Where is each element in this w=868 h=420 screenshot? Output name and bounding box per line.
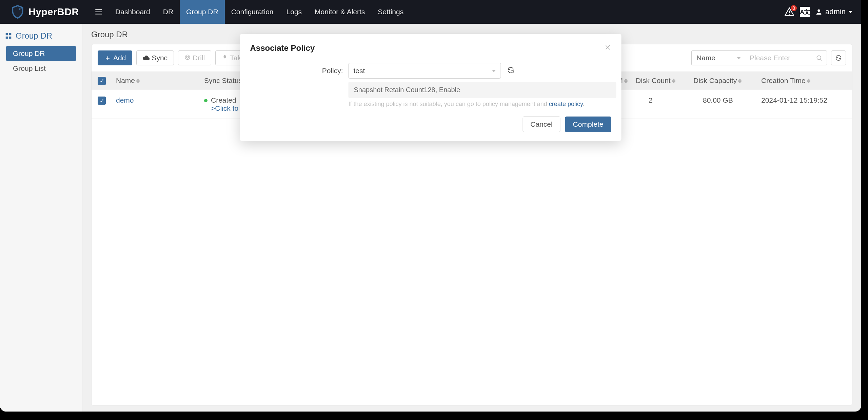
row-disk-count: 2 bbox=[649, 96, 653, 104]
policy-value: test bbox=[354, 67, 365, 75]
add-button[interactable]: ＋Add bbox=[98, 50, 132, 65]
policy-select[interactable]: test bbox=[349, 63, 501, 79]
svg-point-0 bbox=[19, 8, 20, 10]
rocket-icon bbox=[222, 54, 228, 62]
svg-point-9 bbox=[185, 55, 190, 60]
create-policy-link[interactable]: create policy bbox=[549, 101, 583, 107]
nav-dr[interactable]: DR bbox=[157, 0, 180, 24]
search-placeholder: Please Enter bbox=[750, 54, 790, 62]
sidebar-item-group-dr[interactable]: Group DR bbox=[6, 46, 76, 61]
brand-name: HyperBDR bbox=[28, 6, 79, 18]
nav-configuration[interactable]: Configuration bbox=[225, 0, 280, 24]
svg-rect-8 bbox=[9, 37, 11, 39]
target-icon bbox=[184, 54, 191, 62]
user-menu[interactable]: admin bbox=[815, 7, 852, 16]
user-icon bbox=[815, 8, 823, 16]
status-line2-link[interactable]: >Click fo bbox=[211, 104, 238, 112]
logo[interactable]: HyperBDR bbox=[0, 0, 88, 24]
filter-field-select[interactable]: Name bbox=[691, 50, 746, 65]
svg-rect-3 bbox=[789, 14, 790, 15]
policy-hint: If the existing policy is not suitable, … bbox=[349, 101, 611, 108]
language-icon: A文 bbox=[800, 7, 810, 17]
select-all-checkbox[interactable]: ✓ bbox=[98, 77, 106, 85]
row-creation-time: 2024-01-12 15:19:52 bbox=[761, 96, 827, 104]
modal-close-button[interactable] bbox=[605, 43, 611, 53]
nav-group-dr[interactable]: Group DR bbox=[180, 0, 225, 24]
search-input[interactable]: Please Enter bbox=[746, 50, 827, 65]
cancel-button[interactable]: Cancel bbox=[522, 117, 560, 132]
grid-icon bbox=[5, 32, 12, 40]
search-icon bbox=[816, 55, 823, 61]
sidebar-section-title: Group DR bbox=[0, 27, 82, 45]
topbar: HyperBDR Dashboard DR Group DR Configura… bbox=[0, 0, 861, 24]
refresh-icon bbox=[835, 55, 842, 61]
nav-dashboard[interactable]: Dashboard bbox=[109, 0, 157, 24]
notifications-icon[interactable]: 0 bbox=[784, 6, 795, 17]
svg-point-1 bbox=[21, 8, 22, 9]
hint-suffix: . bbox=[583, 101, 585, 107]
col-disk-capacity[interactable]: Disk Capacity bbox=[693, 77, 737, 84]
sidebar-title-text: Group DR bbox=[16, 31, 52, 41]
plus-icon: ＋ bbox=[104, 53, 111, 63]
topbar-right: 0 A文 admin bbox=[784, 6, 861, 17]
sync-button[interactable]: Sync bbox=[136, 50, 174, 65]
col-creation-time[interactable]: Creation Time bbox=[761, 77, 806, 84]
svg-rect-7 bbox=[6, 37, 8, 39]
svg-point-10 bbox=[186, 56, 189, 58]
drill-label: Drill bbox=[193, 54, 205, 62]
sidebar-item-group-list[interactable]: Group List bbox=[6, 61, 76, 76]
col-disk-count[interactable]: Disk Count bbox=[636, 77, 671, 84]
svg-rect-2 bbox=[789, 11, 790, 13]
hint-prefix: If the existing policy is not suitable, … bbox=[349, 101, 549, 107]
row-checkbox[interactable]: ✓ bbox=[98, 97, 106, 105]
modal-title: Associate Policy bbox=[250, 43, 315, 53]
status-dot-icon bbox=[204, 99, 208, 102]
sidebar: Group DR Group DR Group List bbox=[0, 24, 82, 412]
complete-button[interactable]: Complete bbox=[565, 117, 611, 132]
svg-point-11 bbox=[817, 56, 821, 60]
shield-icon bbox=[10, 4, 25, 19]
policy-info: Snapshot Retain Count128, Enable bbox=[349, 82, 616, 98]
main-nav: Dashboard DR Group DR Configuration Logs… bbox=[109, 0, 410, 24]
nav-logs[interactable]: Logs bbox=[280, 0, 309, 24]
nav-monitor-alerts[interactable]: Monitor & Alerts bbox=[308, 0, 371, 24]
svg-point-4 bbox=[817, 9, 820, 12]
cloud-icon bbox=[143, 54, 150, 62]
chevron-down-icon bbox=[492, 70, 496, 72]
svg-rect-6 bbox=[9, 33, 11, 35]
row-name-link[interactable]: demo bbox=[116, 96, 134, 104]
close-icon bbox=[605, 44, 611, 51]
row-disk-capacity: 80.00 GB bbox=[703, 96, 733, 104]
menu-toggle-icon[interactable] bbox=[88, 0, 109, 24]
col-sync-status[interactable]: Sync Status bbox=[204, 77, 242, 84]
user-name: admin bbox=[825, 7, 846, 16]
sync-label: Sync bbox=[152, 54, 167, 62]
notifications-badge: 0 bbox=[791, 5, 797, 11]
chevron-down-icon bbox=[848, 11, 852, 13]
associate-policy-modal: Associate Policy Policy: test Snapshot R… bbox=[240, 34, 622, 141]
refresh-button[interactable] bbox=[831, 50, 846, 65]
drill-button[interactable]: Drill bbox=[178, 50, 211, 65]
language-switch[interactable]: A文 bbox=[800, 6, 810, 17]
policy-refresh-button[interactable] bbox=[507, 66, 515, 76]
add-label: Add bbox=[113, 54, 126, 62]
refresh-icon bbox=[507, 66, 515, 74]
nav-settings[interactable]: Settings bbox=[371, 0, 410, 24]
filter-field-value: Name bbox=[696, 54, 715, 62]
col-name[interactable]: Name bbox=[116, 77, 135, 84]
svg-rect-5 bbox=[6, 33, 8, 35]
policy-label: Policy: bbox=[250, 67, 349, 75]
status-line1: Created bbox=[211, 96, 236, 104]
chevron-down-icon bbox=[737, 57, 741, 59]
